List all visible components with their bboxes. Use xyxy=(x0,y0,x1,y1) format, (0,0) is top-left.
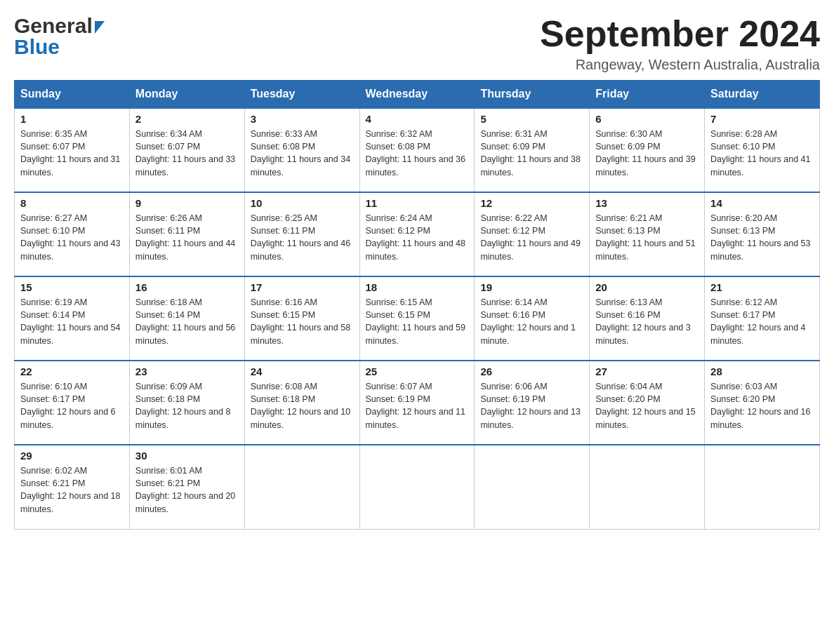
table-row: 15 Sunrise: 6:19 AM Sunset: 6:14 PM Dayl… xyxy=(15,276,130,361)
table-row: 8 Sunrise: 6:27 AM Sunset: 6:10 PM Dayli… xyxy=(15,192,130,276)
day-number: 17 xyxy=(251,281,354,293)
day-number: 11 xyxy=(366,197,469,209)
col-friday: Friday xyxy=(590,81,705,109)
table-row: 18 Sunrise: 6:15 AM Sunset: 6:15 PM Dayl… xyxy=(359,276,475,361)
day-number: 30 xyxy=(135,450,239,462)
table-row: 22 Sunrise: 6:10 AM Sunset: 6:17 PM Dayl… xyxy=(15,361,130,445)
day-info: Sunrise: 6:08 AM Sunset: 6:18 PM Dayligh… xyxy=(251,380,354,431)
table-row: 6 Sunrise: 6:30 AM Sunset: 6:09 PM Dayli… xyxy=(590,108,705,192)
table-row: 26 Sunrise: 6:06 AM Sunset: 6:19 PM Dayl… xyxy=(475,361,590,445)
day-number: 26 xyxy=(480,365,583,377)
table-row: 21 Sunrise: 6:12 AM Sunset: 6:17 PM Dayl… xyxy=(705,276,820,361)
table-row xyxy=(475,445,590,529)
day-info: Sunrise: 6:12 AM Sunset: 6:17 PM Dayligh… xyxy=(710,296,814,347)
day-number: 7 xyxy=(710,113,814,125)
day-info: Sunrise: 6:01 AM Sunset: 6:21 PM Dayligh… xyxy=(135,464,239,516)
table-row: 5 Sunrise: 6:31 AM Sunset: 6:09 PM Dayli… xyxy=(475,108,590,192)
day-info: Sunrise: 6:19 AM Sunset: 6:14 PM Dayligh… xyxy=(20,296,124,347)
day-info: Sunrise: 6:10 AM Sunset: 6:17 PM Dayligh… xyxy=(20,380,124,431)
table-row: 20 Sunrise: 6:13 AM Sunset: 6:16 PM Dayl… xyxy=(590,276,705,361)
day-number: 2 xyxy=(135,113,239,125)
day-number: 22 xyxy=(20,365,124,377)
table-row: 25 Sunrise: 6:07 AM Sunset: 6:19 PM Dayl… xyxy=(359,361,475,445)
col-wednesday: Wednesday xyxy=(359,81,475,109)
day-info: Sunrise: 6:15 AM Sunset: 6:15 PM Dayligh… xyxy=(366,296,469,347)
day-number: 5 xyxy=(480,113,583,125)
logo-general-text: General xyxy=(14,14,93,38)
calendar-week-row: 15 Sunrise: 6:19 AM Sunset: 6:14 PM Dayl… xyxy=(15,276,820,361)
day-number: 21 xyxy=(710,281,814,293)
day-info: Sunrise: 6:33 AM Sunset: 6:08 PM Dayligh… xyxy=(251,128,354,179)
table-row: 4 Sunrise: 6:32 AM Sunset: 6:08 PM Dayli… xyxy=(359,108,475,192)
col-sunday: Sunday xyxy=(15,81,130,109)
table-row: 19 Sunrise: 6:14 AM Sunset: 6:16 PM Dayl… xyxy=(475,276,590,361)
day-info: Sunrise: 6:02 AM Sunset: 6:21 PM Dayligh… xyxy=(20,464,124,516)
day-info: Sunrise: 6:21 AM Sunset: 6:13 PM Dayligh… xyxy=(595,212,699,263)
day-info: Sunrise: 6:16 AM Sunset: 6:15 PM Dayligh… xyxy=(251,296,354,347)
table-row: 16 Sunrise: 6:18 AM Sunset: 6:14 PM Dayl… xyxy=(129,276,244,361)
day-info: Sunrise: 6:22 AM Sunset: 6:12 PM Dayligh… xyxy=(480,212,583,263)
day-number: 18 xyxy=(366,281,469,293)
day-number: 16 xyxy=(135,281,239,293)
day-info: Sunrise: 6:14 AM Sunset: 6:16 PM Dayligh… xyxy=(480,296,583,347)
logo-blue-text: Blue xyxy=(14,35,105,59)
day-number: 28 xyxy=(710,365,814,377)
day-info: Sunrise: 6:34 AM Sunset: 6:07 PM Dayligh… xyxy=(135,128,239,179)
day-info: Sunrise: 6:04 AM Sunset: 6:20 PM Dayligh… xyxy=(595,380,699,431)
table-row: 2 Sunrise: 6:34 AM Sunset: 6:07 PM Dayli… xyxy=(129,108,244,192)
day-info: Sunrise: 6:30 AM Sunset: 6:09 PM Dayligh… xyxy=(595,128,699,179)
col-thursday: Thursday xyxy=(475,81,590,109)
day-info: Sunrise: 6:13 AM Sunset: 6:16 PM Dayligh… xyxy=(595,296,699,347)
table-row: 3 Sunrise: 6:33 AM Sunset: 6:08 PM Dayli… xyxy=(244,108,359,192)
day-info: Sunrise: 6:35 AM Sunset: 6:07 PM Dayligh… xyxy=(20,128,124,179)
day-info: Sunrise: 6:32 AM Sunset: 6:08 PM Dayligh… xyxy=(366,128,469,179)
day-info: Sunrise: 6:03 AM Sunset: 6:20 PM Dayligh… xyxy=(710,380,814,431)
day-info: Sunrise: 6:27 AM Sunset: 6:10 PM Dayligh… xyxy=(20,212,124,263)
calendar-week-row: 8 Sunrise: 6:27 AM Sunset: 6:10 PM Dayli… xyxy=(15,192,820,276)
day-number: 3 xyxy=(251,113,354,125)
day-number: 20 xyxy=(595,281,699,293)
day-info: Sunrise: 6:26 AM Sunset: 6:11 PM Dayligh… xyxy=(135,212,239,263)
table-row: 11 Sunrise: 6:24 AM Sunset: 6:12 PM Dayl… xyxy=(359,192,475,276)
table-row: 10 Sunrise: 6:25 AM Sunset: 6:11 PM Dayl… xyxy=(244,192,359,276)
col-saturday: Saturday xyxy=(705,81,820,109)
day-info: Sunrise: 6:07 AM Sunset: 6:19 PM Dayligh… xyxy=(366,380,469,431)
calendar-table: Sunday Monday Tuesday Wednesday Thursday… xyxy=(14,80,820,530)
day-number: 27 xyxy=(595,365,699,377)
day-number: 25 xyxy=(366,365,469,377)
table-row xyxy=(705,445,820,529)
table-row: 23 Sunrise: 6:09 AM Sunset: 6:18 PM Dayl… xyxy=(129,361,244,445)
day-number: 9 xyxy=(135,197,239,209)
day-number: 1 xyxy=(20,113,124,125)
table-row xyxy=(359,445,475,529)
table-row: 14 Sunrise: 6:20 AM Sunset: 6:13 PM Dayl… xyxy=(705,192,820,276)
table-row: 28 Sunrise: 6:03 AM Sunset: 6:20 PM Dayl… xyxy=(705,361,820,445)
calendar-week-row: 1 Sunrise: 6:35 AM Sunset: 6:07 PM Dayli… xyxy=(15,108,820,192)
calendar-header-row: Sunday Monday Tuesday Wednesday Thursday… xyxy=(15,81,820,109)
table-row: 27 Sunrise: 6:04 AM Sunset: 6:20 PM Dayl… xyxy=(590,361,705,445)
table-row xyxy=(244,445,359,529)
title-section: September 2024 Rangeway, Western Austral… xyxy=(540,14,820,73)
day-number: 19 xyxy=(480,281,583,293)
day-info: Sunrise: 6:18 AM Sunset: 6:14 PM Dayligh… xyxy=(135,296,239,347)
day-info: Sunrise: 6:25 AM Sunset: 6:11 PM Dayligh… xyxy=(251,212,354,263)
table-row: 17 Sunrise: 6:16 AM Sunset: 6:15 PM Dayl… xyxy=(244,276,359,361)
table-row: 13 Sunrise: 6:21 AM Sunset: 6:13 PM Dayl… xyxy=(590,192,705,276)
month-title: September 2024 xyxy=(540,14,820,54)
table-row: 29 Sunrise: 6:02 AM Sunset: 6:21 PM Dayl… xyxy=(15,445,130,529)
day-number: 8 xyxy=(20,197,124,209)
table-row: 24 Sunrise: 6:08 AM Sunset: 6:18 PM Dayl… xyxy=(244,361,359,445)
day-number: 6 xyxy=(595,113,699,125)
day-number: 14 xyxy=(710,197,814,209)
calendar-week-row: 29 Sunrise: 6:02 AM Sunset: 6:21 PM Dayl… xyxy=(15,445,820,529)
col-tuesday: Tuesday xyxy=(244,81,359,109)
table-row: 30 Sunrise: 6:01 AM Sunset: 6:21 PM Dayl… xyxy=(129,445,244,529)
location-text: Rangeway, Western Australia, Australia xyxy=(540,57,820,73)
day-info: Sunrise: 6:31 AM Sunset: 6:09 PM Dayligh… xyxy=(480,128,583,179)
day-number: 29 xyxy=(20,450,124,462)
table-row: 7 Sunrise: 6:28 AM Sunset: 6:10 PM Dayli… xyxy=(705,108,820,192)
day-number: 24 xyxy=(251,365,354,377)
day-info: Sunrise: 6:20 AM Sunset: 6:13 PM Dayligh… xyxy=(710,212,814,263)
calendar-week-row: 22 Sunrise: 6:10 AM Sunset: 6:17 PM Dayl… xyxy=(15,361,820,445)
table-row: 9 Sunrise: 6:26 AM Sunset: 6:11 PM Dayli… xyxy=(129,192,244,276)
